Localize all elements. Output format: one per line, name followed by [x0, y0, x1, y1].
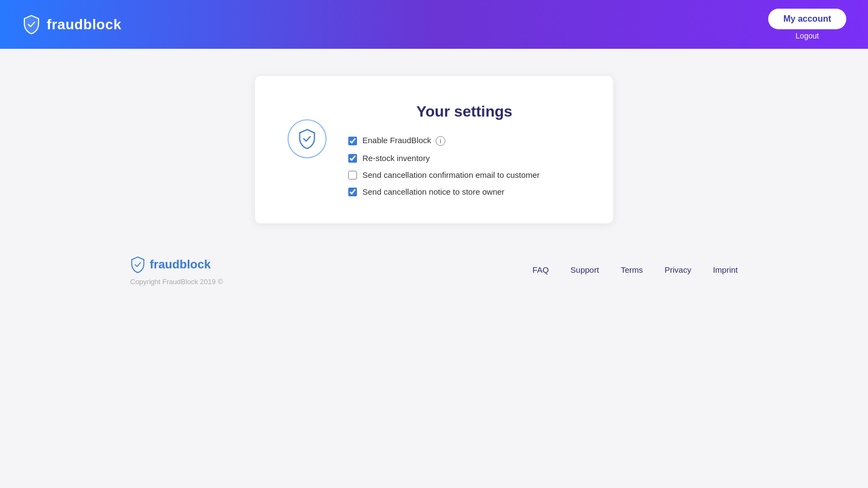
footer-link-faq[interactable]: FAQ	[533, 265, 549, 274]
enable-fraudblock-info-icon[interactable]: i	[436, 136, 445, 146]
header-logo-text: fraudblock	[47, 16, 122, 33]
settings-icon-wrapper	[288, 119, 327, 158]
checkbox-list: Enable FraudBlock i Re-stock inventory S…	[348, 136, 580, 196]
cancellation-email-checkbox[interactable]	[348, 171, 357, 179]
restock-inventory-label: Re-stock inventory	[362, 153, 430, 163]
enable-fraudblock-label: Enable FraudBlock i	[362, 136, 445, 146]
footer-link-support[interactable]: Support	[571, 265, 599, 274]
footer: fraudblock Copyright FraudBlock 2019 © F…	[108, 256, 760, 274]
main-content: Your settings Enable FraudBlock i Re-sto…	[0, 49, 868, 488]
settings-shield-icon	[298, 129, 316, 149]
settings-title: Your settings	[348, 103, 580, 120]
cancellation-email-label: Send cancellation confirmation email to …	[362, 170, 540, 179]
my-account-button[interactable]: My account	[768, 9, 846, 29]
checkbox-item-cancellation-email: Send cancellation confirmation email to …	[348, 170, 580, 179]
footer-shield-icon	[130, 256, 145, 273]
settings-card: Your settings Enable FraudBlock i Re-sto…	[255, 76, 613, 223]
cancellation-notice-checkbox[interactable]	[348, 188, 357, 196]
footer-copyright: Copyright FraudBlock 2019 ©	[130, 278, 738, 286]
header-right: My account Logout	[768, 9, 846, 40]
footer-link-terms[interactable]: Terms	[621, 265, 643, 274]
header-logo: fraudblock	[22, 15, 122, 34]
header-shield-icon	[22, 15, 41, 34]
checkbox-item-restock: Re-stock inventory	[348, 153, 580, 163]
footer-nav: FAQ Support Terms Privacy Imprint	[130, 265, 738, 274]
cancellation-notice-label: Send cancellation notice to store owner	[362, 187, 505, 196]
footer-logo-text: fraudblock	[150, 258, 210, 272]
header: fraudblock My account Logout	[0, 0, 868, 49]
checkbox-item-enable-fraudblock: Enable FraudBlock i	[348, 136, 580, 146]
checkbox-item-cancellation-notice: Send cancellation notice to store owner	[348, 187, 580, 196]
enable-fraudblock-checkbox[interactable]	[348, 137, 357, 145]
shield-circle	[288, 119, 327, 158]
footer-link-imprint[interactable]: Imprint	[713, 265, 738, 274]
restock-inventory-checkbox[interactable]	[348, 154, 357, 163]
footer-link-privacy[interactable]: Privacy	[665, 265, 691, 274]
settings-content: Your settings Enable FraudBlock i Re-sto…	[348, 103, 580, 196]
logout-link[interactable]: Logout	[796, 31, 819, 40]
